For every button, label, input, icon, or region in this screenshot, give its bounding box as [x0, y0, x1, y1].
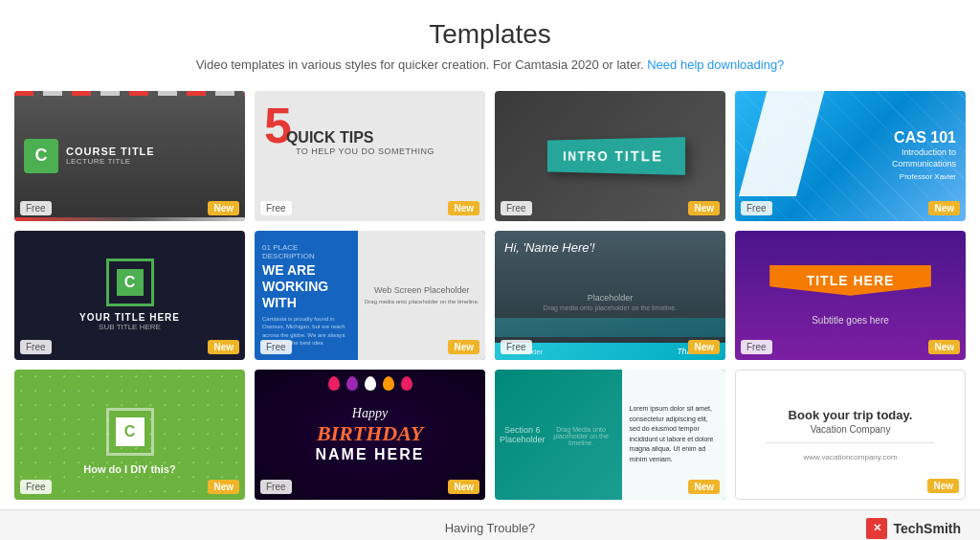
card-bottom-bar — [14, 217, 245, 221]
badge-new: New — [448, 480, 479, 494]
template-card-birthday[interactable]: Happy BIRTHDAY NAME HERE Free New — [255, 370, 485, 500]
template-card-working-with[interactable]: 01 PLACE DESCRIPTION WE ARE WORKING WITH… — [255, 231, 485, 361]
name-text: NAME HERE — [315, 446, 424, 463]
card-number: 01 PLACE DESCRIPTION — [262, 243, 350, 260]
working-heading: WE ARE WORKING WITH — [262, 262, 350, 310]
techsmith-icon: ✕ — [866, 518, 887, 539]
header-section: Templates Video templates in various sty… — [0, 0, 980, 81]
badge-new: New — [688, 340, 720, 354]
template-grid: C COURSE TITLE LECTURE TITLE Free New 5 … — [0, 81, 980, 509]
logo-box: C — [106, 259, 154, 306]
wave-bar — [495, 318, 725, 337]
badge-new: New — [208, 480, 239, 494]
cas-title: CAS 101 — [892, 129, 956, 146]
book-title: Book your trip today. — [789, 408, 913, 422]
badge-new: New — [928, 201, 960, 215]
cas-text: CAS 101 Introduction toCommunicationsPro… — [892, 129, 956, 183]
subtitle: Video templates in various styles for qu… — [19, 57, 961, 72]
lecture-title-text: LECTURE TITLE — [66, 157, 155, 166]
template-card-hi-name[interactable]: Hi, 'Name Here'! Placeholder Drag media … — [495, 231, 725, 361]
template-card-your-title[interactable]: C YOUR TITLE HERE SUB TITLE HERE Free Ne… — [14, 231, 245, 361]
badge-free: Free — [260, 201, 292, 215]
techsmith-logo: ✕ TechSmith — [866, 518, 961, 539]
placeholder-sub-text: Drag media onto placeholder on the timel… — [544, 304, 677, 311]
tips-subtitle: TO HELP YOU DO SOMETHING — [296, 146, 434, 156]
card-text: COURSE TITLE LECTURE TITLE — [66, 146, 155, 166]
badge-free: Free — [20, 340, 52, 354]
company-url: www.vacationcompany.com — [803, 453, 897, 461]
placeholder-label: Web Screen Placeholder — [374, 285, 469, 295]
happy-text: Happy — [352, 406, 388, 421]
course-title-text: COURSE TITLE — [66, 146, 155, 157]
badge-new: New — [448, 201, 479, 215]
badge-new: New — [688, 480, 720, 494]
section-placeholder-label: Section 6 Placeholder — [500, 425, 546, 444]
badge-new: New — [208, 340, 239, 354]
logo-letter: C — [117, 269, 144, 296]
badge-free: Free — [260, 340, 292, 354]
page-wrapper: Templates Video templates in various sty… — [0, 0, 980, 540]
help-link[interactable]: Need help downloading? — [647, 57, 784, 72]
card-inner: 5 QUICK TIPS TO HELP YOU DO SOMETHING — [255, 91, 485, 166]
birthday-text: BIRTHDAY — [317, 421, 423, 446]
badge-free: Free — [741, 340, 772, 354]
badge-free: Free — [20, 201, 52, 215]
having-trouble-link[interactable]: Having Trouble? — [445, 521, 536, 535]
template-card-quick-tips[interactable]: 5 QUICK TIPS TO HELP YOU DO SOMETHING Fr… — [255, 91, 485, 221]
greeting-text: Hi, 'Name Here'! — [504, 240, 716, 255]
company-name: Vacation Company — [811, 424, 891, 435]
camtasia-logo: C — [24, 139, 58, 173]
cas-desc: Introduction toCommunicationsProfessor X… — [892, 146, 956, 183]
techsmith-name: TechSmith — [893, 521, 961, 536]
techsmith-container: ✕ TechSmith — [535, 518, 961, 539]
placeholder-sub: Drag media onto placeholder on the timel… — [365, 299, 479, 304]
badge-free: Free — [501, 340, 532, 354]
badge-free: Free — [501, 201, 532, 215]
template-card-intro-title[interactable]: INTRO TITLE Free New — [495, 91, 725, 221]
template-card-diy[interactable]: C Free New How do I DIY this? — [14, 370, 245, 500]
page-title: Templates — [19, 19, 961, 50]
badge-free: Free — [260, 480, 292, 494]
professor-name: Professor Xavier — [900, 172, 956, 181]
divider — [767, 442, 934, 443]
tips-title: QUICK TIPS — [286, 128, 434, 146]
badge-new: New — [928, 340, 960, 354]
badge-new: New — [448, 340, 479, 354]
subtitle-text: Video templates in various styles for qu… — [196, 57, 644, 72]
template-card-cas101[interactable]: CAS 101 Introduction toCommunicationsPro… — [735, 91, 966, 221]
template-card-book-trip[interactable]: Book your trip today. Vacation Company w… — [735, 370, 966, 500]
card-left: Section 6 Placeholder Drag Media onto pl… — [495, 370, 622, 500]
balloons — [255, 374, 485, 393]
badge-new: New — [688, 201, 720, 215]
template-card-course-title[interactable]: C COURSE TITLE LECTURE TITLE Free New — [14, 91, 245, 221]
badge-new: New — [927, 479, 959, 493]
drag-text: Drag Media onto placeholder on the timel… — [546, 426, 617, 446]
badge-free: Free — [20, 480, 52, 494]
badge-free: Free — [741, 201, 772, 215]
your-title-text: YOUR TITLE HERE — [79, 312, 180, 323]
template-card-title-banner[interactable]: TITLE HERE Subtitle goes here Free New — [735, 231, 966, 361]
badge-new: New — [208, 201, 239, 215]
sub-title-text: SUB TITLE HERE — [99, 323, 161, 331]
intro-title-banner: INTRO TITLE — [547, 137, 686, 175]
template-card-section[interactable]: Section 6 Placeholder Drag Media onto pl… — [495, 370, 725, 500]
title-banner-text: TITLE HERE — [769, 265, 931, 296]
subtitle-text: Subtitle goes here — [812, 315, 889, 326]
bottom-bar: Having Trouble? ✕ TechSmith — [0, 509, 980, 540]
lorem-text: Lorem ipsum dolor sit amet, consectetur … — [630, 404, 718, 464]
placeholder-text: Placeholder — [588, 293, 634, 303]
diy-question: How do I DIY this? — [14, 463, 245, 475]
